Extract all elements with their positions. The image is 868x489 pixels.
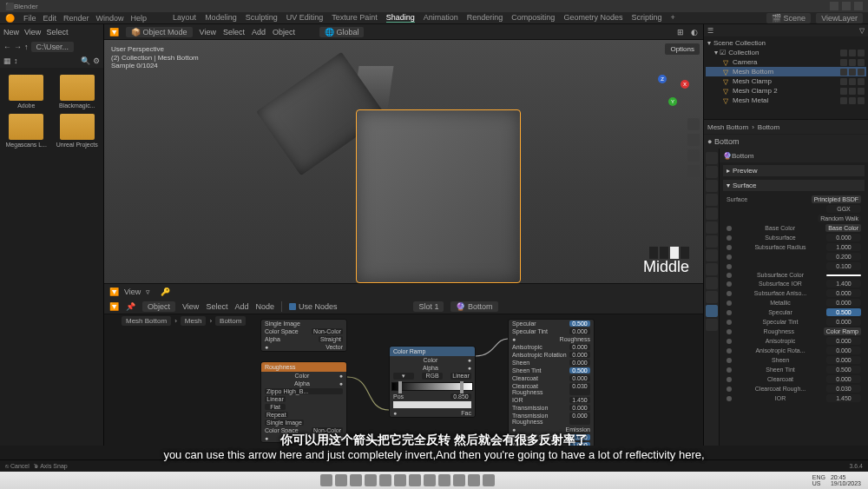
surface-shader[interactable]: Principled BSDF — [812, 195, 861, 203]
vp-object[interactable]: Object — [273, 28, 295, 36]
prop-row-14[interactable]: Sheen0.000 — [723, 355, 865, 365]
overlays-icon[interactable]: ⊞ — [677, 28, 684, 36]
vp-view[interactable]: View — [200, 28, 216, 36]
shading-icon[interactable]: ◐ — [691, 28, 698, 36]
material-select-row[interactable]: 🔮 Bottom — [720, 149, 868, 162]
prop-row-7[interactable]: Subsurface Aniso...0.000 — [723, 288, 865, 298]
menu-edit[interactable]: Edit — [43, 14, 57, 23]
nav-gizmo[interactable]: X Y Z — [658, 75, 689, 106]
ol-camera[interactable]: ▽Camera — [706, 57, 866, 67]
folder-megascans[interactable]: Megascans L... — [3, 114, 49, 148]
prop-row-18[interactable]: IOR1.450 — [723, 393, 865, 403]
zoom-icon[interactable] — [687, 118, 700, 130]
ol-mesh-clamp[interactable]: ▽Mesh Clamp — [706, 76, 866, 86]
fb-new[interactable]: New — [3, 28, 19, 36]
keying-icon[interactable]: 🔑 — [161, 287, 170, 296]
imagetex-node-top[interactable]: Single Image Color SpaceNon-Color AlphaS… — [260, 319, 347, 352]
tab-material[interactable] — [706, 305, 718, 317]
bc-obj[interactable]: Mesh Bottom — [707, 123, 748, 131]
prop-row-8[interactable]: Metallic0.000 — [723, 298, 865, 307]
vp-add[interactable]: Add — [252, 28, 266, 36]
prop-row-15[interactable]: Sheen Tint0.500 — [723, 365, 865, 374]
tab-shading[interactable]: Shading — [386, 13, 415, 23]
prop-row-4[interactable]: 0.100 — [723, 261, 865, 271]
colorramp-node[interactable]: Color Ramp Color ● Alpha ● ▾RGBLinear Po… — [389, 346, 476, 418]
menu-window[interactable]: Window — [96, 14, 124, 23]
taskbar-app-6[interactable] — [424, 474, 436, 486]
node-canvas[interactable]: Single Image Color SpaceNon-Color AlphaS… — [104, 314, 703, 446]
filter-icon[interactable]: ▦ — [3, 56, 11, 65]
filter-icon[interactable]: ▽ — [859, 27, 865, 35]
ol-scene[interactable]: ▾Scene Collection — [706, 38, 866, 48]
prop-row-10[interactable]: Specular Tint0.000 — [723, 317, 865, 327]
taskbar-app-1[interactable] — [350, 474, 362, 486]
tab-world[interactable] — [706, 208, 718, 220]
tab-modifier[interactable] — [706, 235, 718, 248]
tab-sculpting[interactable]: Sculpting — [246, 13, 278, 23]
mode-select[interactable]: 📦 Object Mode — [126, 27, 193, 37]
back-icon[interactable]: ← — [3, 43, 11, 51]
tab-uv[interactable]: UV Editing — [286, 13, 324, 23]
tab-layout[interactable]: Layout — [173, 13, 196, 23]
ramp-handle-1[interactable] — [460, 381, 464, 393]
shader-editor-icon[interactable]: 🔽 — [109, 302, 119, 311]
pan-icon[interactable] — [687, 134, 700, 146]
3d-viewport[interactable]: User Perspective (2) Collection | Mesh B… — [104, 40, 703, 283]
prop-row-13[interactable]: Anisotropic Rota...0.000 — [723, 346, 865, 355]
up-icon[interactable]: ↑ — [24, 43, 29, 51]
shading-pills[interactable] — [649, 247, 689, 259]
folder-blackmagic[interactable]: Blackmagic... — [55, 75, 101, 109]
use-nodes-checkbox[interactable]: Use Nodes — [289, 302, 338, 311]
ol-collection[interactable]: ▾ ☑Collection — [706, 48, 866, 57]
tray-lang[interactable]: ENGUS — [812, 474, 825, 486]
viewport-options[interactable]: Options — [665, 43, 700, 55]
tab-rendering[interactable]: Rendering — [467, 13, 503, 23]
fb-select[interactable]: Select — [46, 28, 68, 36]
tab-render[interactable] — [706, 152, 718, 164]
roughness-tex-node[interactable]: Roughness Color ● Alpha ● Zippo High_B..… — [260, 361, 347, 443]
menu-file[interactable]: File — [23, 14, 36, 23]
ol-mesh-bottom[interactable]: ▽Mesh Bottom — [706, 67, 866, 76]
colorramp-gradient[interactable] — [391, 382, 473, 391]
tab-view[interactable] — [706, 180, 718, 192]
tab-constraint[interactable] — [706, 277, 718, 289]
taskbar-app-4[interactable] — [394, 474, 406, 486]
outliner[interactable]: ☰ ▽ ▾Scene Collection ▾ ☑Collection ▽Cam… — [704, 24, 868, 120]
tl-editor-icon[interactable]: 🔽 — [109, 287, 119, 296]
gear-icon[interactable]: ⚙ — [93, 56, 100, 65]
menu-render[interactable]: Render — [63, 14, 89, 23]
distribution[interactable]: GGX — [826, 205, 861, 213]
blender-icon[interactable]: 🟠 — [5, 14, 15, 23]
axis-y-icon[interactable]: Y — [668, 97, 677, 106]
prop-row-16[interactable]: Clearcoat0.000 — [723, 374, 865, 384]
prop-row-5[interactable]: Subsurface Color — [723, 271, 865, 279]
sort-icon[interactable]: ↕ — [14, 56, 18, 65]
tab-modeling[interactable]: Modeling — [205, 13, 237, 23]
tab-add[interactable]: + — [670, 13, 674, 23]
tab-texture[interactable] — [706, 319, 718, 331]
vp-select[interactable]: Select — [223, 28, 245, 36]
tray-clock[interactable]: 20:4519/10/2023 — [831, 474, 861, 486]
tab-animation[interactable]: Animation — [424, 13, 458, 23]
folder-unreal[interactable]: Unreal Projects — [55, 114, 101, 148]
persp-icon[interactable] — [687, 165, 700, 177]
fb-view[interactable]: View — [24, 28, 41, 36]
tl-view[interactable]: View — [124, 287, 141, 296]
camera-icon[interactable] — [687, 149, 700, 162]
viewlayer-select[interactable]: ViewLayer — [816, 13, 863, 23]
scene-select[interactable]: 🎬 Scene — [766, 13, 811, 23]
prop-row-6[interactable]: Subsurface IOR1.400 — [723, 279, 865, 288]
prop-row-11[interactable]: RoughnessColor Ramp — [723, 327, 865, 336]
prop-row-2[interactable]: Subsurface Radius1.000 — [723, 242, 865, 252]
orientation-select[interactable]: 🌐 Global — [319, 27, 365, 37]
bc-mat[interactable]: Bottom — [215, 316, 246, 326]
close-button[interactable] — [854, 2, 863, 10]
ne-add[interactable]: Add — [234, 302, 248, 311]
axis-x-icon[interactable]: X — [681, 80, 689, 89]
editor-type-icon[interactable]: 🔽 — [109, 28, 119, 36]
taskbar-start[interactable] — [320, 474, 332, 486]
material-slot[interactable]: ● Bottom — [704, 135, 868, 149]
taskbar-app-3[interactable] — [379, 474, 391, 486]
prop-row-0[interactable]: Base ColorBase Color — [723, 223, 865, 233]
ne-object-mode[interactable]: Object — [142, 301, 175, 312]
